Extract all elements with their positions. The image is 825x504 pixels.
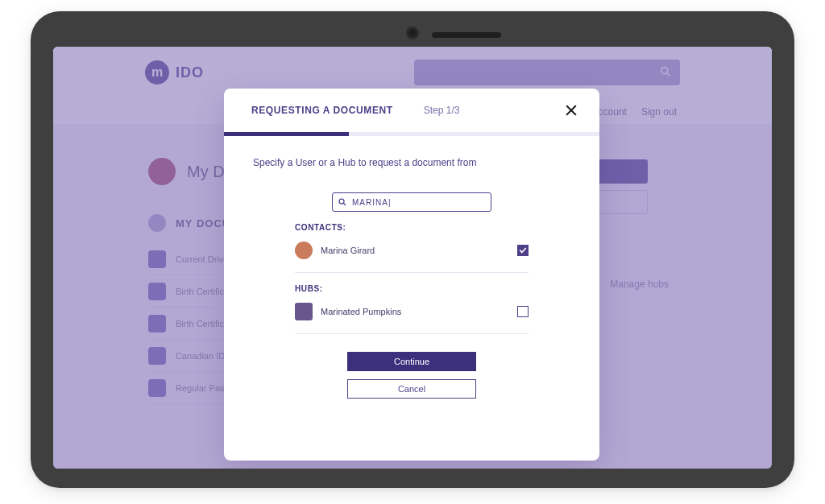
tablet-device-frame: m IDO Account Sign out My D bbox=[31, 11, 794, 488]
close-button[interactable] bbox=[561, 100, 582, 121]
page-title: My D bbox=[187, 163, 225, 181]
svg-point-0 bbox=[661, 68, 668, 74]
device-speaker bbox=[432, 32, 501, 38]
hubs-section: HUBS: Marinated Pumpkins bbox=[253, 273, 570, 334]
document-icon bbox=[148, 250, 166, 268]
document-icon bbox=[148, 379, 166, 397]
continue-button[interactable]: Continue bbox=[347, 352, 476, 371]
svg-line-1 bbox=[667, 73, 670, 76]
search-icon bbox=[659, 65, 672, 78]
section-icon bbox=[148, 214, 166, 232]
contacts-label: CONTACTS: bbox=[295, 223, 529, 232]
request-document-modal: REQUESTING A DOCUMENT Step 1/3 Specify a… bbox=[224, 89, 599, 461]
svg-point-4 bbox=[339, 199, 344, 204]
close-icon bbox=[564, 103, 578, 118]
header-search[interactable] bbox=[414, 60, 680, 85]
check-icon bbox=[519, 246, 527, 254]
modal-title: REQUESTING A DOCUMENT bbox=[251, 105, 393, 116]
search-input-container[interactable] bbox=[332, 192, 491, 212]
logo-text: IDO bbox=[176, 64, 204, 81]
contacts-section: CONTACTS: Marina Girard bbox=[253, 212, 570, 273]
modal-actions: Continue Cancel bbox=[253, 334, 570, 415]
nav-signout[interactable]: Sign out bbox=[641, 106, 677, 118]
hub-thumbnail bbox=[295, 303, 313, 320]
search-wrap bbox=[253, 192, 570, 212]
section-label: MY DOCU bbox=[176, 217, 230, 229]
modal-step-label: Step 1/3 bbox=[424, 105, 460, 116]
document-icon bbox=[148, 347, 166, 365]
checkbox[interactable] bbox=[517, 245, 529, 256]
checkbox[interactable] bbox=[517, 306, 529, 317]
screen: m IDO Account Sign out My D bbox=[53, 47, 772, 469]
hub-name: Marinated Pumpkins bbox=[321, 307, 401, 316]
modal-body: Specify a User or a Hub to request a doc… bbox=[224, 136, 599, 461]
search-icon bbox=[338, 197, 347, 207]
modal-instruction: Specify a User or a Hub to request a doc… bbox=[253, 157, 570, 168]
contact-row[interactable]: Marina Girard bbox=[295, 232, 529, 273]
search-input[interactable] bbox=[352, 198, 486, 207]
hubs-label: HUBS: bbox=[295, 284, 529, 293]
contact-name: Marina Girard bbox=[321, 246, 375, 255]
document-icon bbox=[148, 315, 166, 333]
hub-row[interactable]: Marinated Pumpkins bbox=[295, 293, 529, 334]
logo-badge: m bbox=[145, 60, 169, 85]
avatar bbox=[148, 158, 176, 185]
cancel-button[interactable]: Cancel bbox=[347, 379, 476, 399]
avatar bbox=[295, 242, 313, 259]
logo: m IDO bbox=[145, 60, 204, 85]
svg-line-5 bbox=[344, 204, 346, 206]
device-camera bbox=[408, 29, 417, 37]
document-icon bbox=[148, 283, 166, 300]
modal-header: REQUESTING A DOCUMENT Step 1/3 bbox=[224, 89, 599, 132]
